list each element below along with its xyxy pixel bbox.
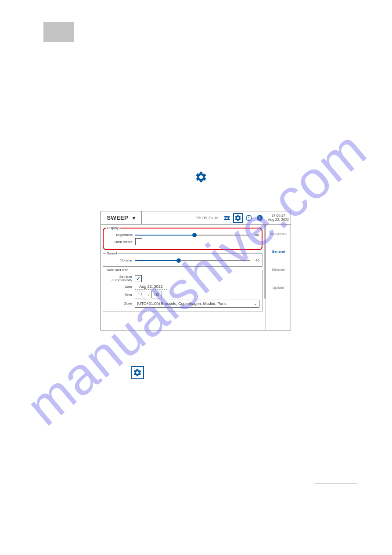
zone-value: (UTC+01:00) Brussels, Copenhagen, Madrid… (137, 301, 227, 306)
brightness-value: 60 (252, 233, 259, 237)
time-label: Time (106, 293, 132, 297)
volume-value: 40 (252, 258, 259, 262)
footer-rule (314, 483, 357, 484)
time-separator: : (148, 293, 149, 297)
volume-slider[interactable] (135, 260, 250, 261)
sidebar-item-update[interactable]: Update (266, 279, 291, 297)
device-screenshot: SWEEP ▾ T200S-CL-M 17:00:17 Aug 22, 2022 (101, 211, 291, 330)
svg-point-11 (260, 216, 261, 217)
chevron-down-icon: ⌄ (254, 301, 257, 306)
gear-icon[interactable] (233, 213, 243, 223)
device-name: T200S-CL-M (142, 211, 221, 224)
topbar-tabs (221, 211, 266, 224)
svg-point-4 (228, 217, 229, 218)
gear-icon (131, 366, 144, 379)
sidebar-item-general[interactable]: General (266, 243, 291, 261)
brightness-label: Brightness (106, 233, 133, 237)
auto-time-checkbox[interactable]: ✓ (135, 275, 142, 282)
date-label: Date (106, 285, 132, 289)
chevron-down-icon: ▾ (133, 215, 135, 221)
datetime-group: Date and time Set time automatically ✓ D… (103, 268, 263, 312)
zone-select[interactable]: (UTC+01:00) Brussels, Copenhagen, Madrid… (135, 300, 259, 308)
brightness-slider[interactable] (135, 235, 249, 236)
dark-theme-label: Dark theme (106, 240, 133, 244)
svg-point-5 (225, 219, 227, 220)
info-icon[interactable] (255, 213, 265, 223)
svg-point-3 (226, 216, 227, 217)
alert-icon[interactable] (244, 213, 254, 223)
auto-time-label: Set time automatically (106, 275, 132, 283)
top-bar: SWEEP ▾ T200S-CL-M 17:00:17 Aug 22, 2022 (101, 211, 291, 225)
sound-legend: Sound (106, 251, 118, 255)
time-minutes-input[interactable]: 00 (151, 291, 162, 298)
clock: 17:00:17 Aug 22, 2022 (266, 211, 291, 224)
mode-dropdown[interactable]: SWEEP ▾ (101, 211, 142, 224)
clock-date: Aug 22, 2022 (268, 218, 289, 222)
sidebar-item-instrument[interactable]: Instrument (266, 225, 291, 243)
sidebar-item-ethernet[interactable]: Ethernet (266, 261, 291, 279)
time-hours-input[interactable]: 17 (135, 291, 145, 298)
gear-icon (195, 171, 207, 183)
svg-rect-10 (260, 217, 260, 219)
header-grey-box (43, 22, 74, 42)
settings-sidebar: Instrument General Ethernet Update (266, 225, 291, 330)
svg-point-8 (249, 219, 249, 219)
mode-label: SWEEP (107, 214, 128, 221)
display-group: Display Brightness 60 Dark theme (103, 226, 263, 250)
sound-group: Sound Volume 40 (103, 251, 263, 267)
dark-theme-checkbox[interactable] (135, 238, 142, 245)
date-input[interactable] (135, 284, 167, 290)
sliders-icon[interactable] (222, 213, 232, 223)
zone-label: Zone (106, 301, 132, 305)
display-legend: Display (106, 226, 119, 230)
settings-panel: Display Brightness 60 Dark theme Sound (101, 225, 266, 330)
volume-label: Volume (106, 258, 132, 262)
datetime-legend: Date and time (106, 268, 129, 272)
scrollbar[interactable] (264, 225, 266, 299)
